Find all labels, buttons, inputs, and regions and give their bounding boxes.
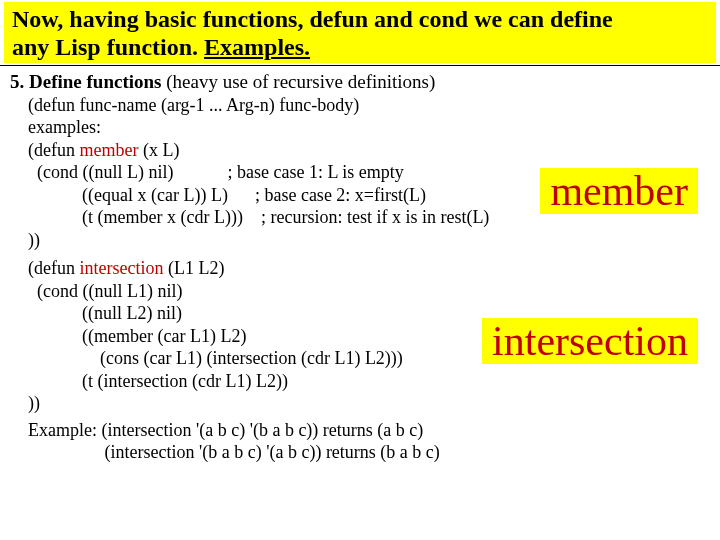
- inter-l1: (defun intersection (L1 L2): [28, 257, 710, 280]
- title-line-2: any Lisp function. Examples.: [12, 34, 708, 62]
- inter-l6: (t (intersection (cdr L1) L2)): [28, 370, 710, 393]
- member-badge: member: [540, 168, 698, 214]
- examples-link[interactable]: Examples.: [204, 34, 310, 60]
- member-name: member: [79, 140, 138, 160]
- title-block: Now, having basic functions, defun and c…: [4, 2, 716, 63]
- member-l5: )): [28, 229, 710, 252]
- inter-l1a: (defun: [28, 258, 79, 278]
- title-line-1: Now, having basic functions, defun and c…: [12, 6, 708, 34]
- title-line-2a: any Lisp function.: [12, 34, 204, 60]
- defun-proto: (defun func-name (arg-1 ... Arg-n) func-…: [28, 94, 710, 117]
- intersection-name: intersection: [79, 258, 163, 278]
- member-l1c: (x L): [138, 140, 179, 160]
- member-l1a: (defun: [28, 140, 79, 160]
- section-head-rest: (heavy use of recursive definitions): [161, 71, 435, 92]
- inter-l2: (cond ((null L1) nil): [28, 280, 710, 303]
- divider: [0, 65, 720, 66]
- member-l1: (defun member (x L): [28, 139, 710, 162]
- intersection-badge: intersection: [482, 318, 698, 364]
- body-block: 5. Define functions (heavy use of recurs…: [0, 70, 720, 464]
- example-l2: (intersection '(b a b c) '(a b c)) retur…: [28, 441, 710, 464]
- inter-l1c: (L1 L2): [163, 258, 224, 278]
- inter-l7: )): [28, 392, 710, 415]
- example-l1: Example: (intersection '(a b c) '(b a b …: [28, 419, 710, 442]
- examples-label: examples:: [28, 116, 710, 139]
- section-head: 5. Define functions (heavy use of recurs…: [10, 70, 710, 94]
- section-head-bold: 5. Define functions: [10, 71, 161, 92]
